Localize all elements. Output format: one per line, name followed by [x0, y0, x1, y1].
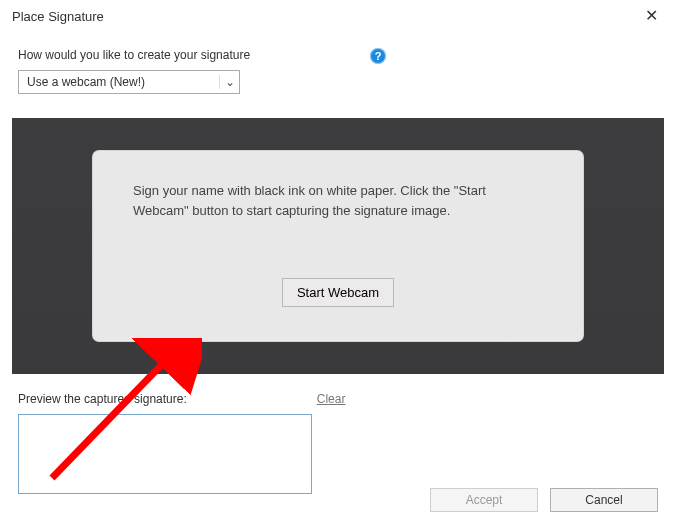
webcam-capture-area: Sign your name with black ink on white p… [12, 118, 664, 374]
help-icon[interactable]: ? [370, 48, 386, 64]
dropdown-value: Use a webcam (New!) [27, 75, 145, 89]
signature-preview-box [18, 414, 312, 494]
accept-button: Accept [430, 488, 538, 512]
instruction-panel: Sign your name with black ink on white p… [93, 151, 583, 341]
instruction-text: Sign your name with black ink on white p… [133, 181, 543, 220]
create-method-label: How would you like to create your signat… [18, 48, 250, 62]
cancel-button[interactable]: Cancel [550, 488, 658, 512]
start-webcam-button[interactable]: Start Webcam [282, 278, 394, 307]
clear-link[interactable]: Clear [317, 392, 346, 406]
dialog-title: Place Signature [12, 9, 104, 24]
close-icon[interactable]: ✕ [639, 6, 664, 26]
chevron-down-icon: ⌄ [219, 75, 235, 89]
create-method-dropdown[interactable]: Use a webcam (New!) ⌄ [18, 70, 240, 94]
preview-label: Preview the captured signature: [18, 392, 187, 406]
